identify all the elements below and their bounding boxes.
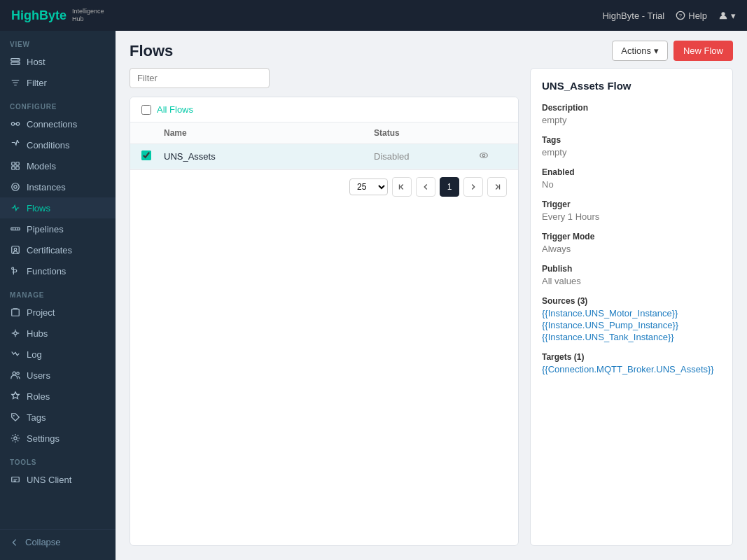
sidebar-item-uns-client[interactable]: UNS Client — [0, 469, 116, 490]
help-link[interactable]: ? Help — [676, 10, 707, 21]
sidebar-item-pipelines[interactable]: Pipelines — [0, 218, 116, 239]
svg-rect-13 — [16, 167, 19, 169]
detail-description-label: Description — [542, 103, 721, 113]
detail-trigger-label: Trigger — [542, 200, 721, 209]
flows-table: All Flows Name Status UNS_Assets Disable… — [130, 97, 519, 546]
connections-icon — [10, 118, 21, 130]
detail-sources: Sources (3) {{Instance.UNS_Motor_Instanc… — [542, 296, 721, 342]
row-select-checkbox[interactable] — [141, 150, 151, 160]
detail-flow-title: UNS_Assets Flow — [542, 80, 721, 92]
sidebar-item-label: Functions — [27, 266, 66, 276]
sidebar-item-log[interactable]: Log — [0, 344, 116, 365]
instances-icon — [10, 181, 21, 192]
sidebar-item-functions[interactable]: Functions — [0, 260, 116, 281]
source-2[interactable]: {{Instance.UNS_Pump_Instance}} — [542, 320, 721, 330]
sidebar-item-label: Instances — [27, 182, 66, 192]
sidebar-item-instances[interactable]: Instances — [0, 176, 116, 197]
collapse-label: Collapse — [25, 537, 61, 547]
table-row[interactable]: UNS_Assets Disabled — [130, 144, 518, 169]
detail-trigger: Trigger Every 1 Hours — [542, 200, 721, 222]
detail-tags-value: empty — [542, 147, 721, 158]
all-flows-row: All Flows — [130, 97, 518, 122]
sidebar-item-host[interactable]: Host — [0, 51, 116, 72]
detail-publish-label: Publish — [542, 264, 721, 274]
user-menu-button[interactable]: ▾ — [718, 10, 736, 21]
col-checkbox — [141, 128, 164, 138]
svg-point-29 — [17, 372, 20, 375]
svg-point-23 — [14, 332, 17, 335]
pipelines-icon — [10, 223, 21, 234]
sidebar-item-tags[interactable]: Tags — [0, 407, 116, 428]
hubs-icon — [10, 328, 21, 339]
next-page-button[interactable] — [463, 177, 483, 197]
project-icon — [10, 307, 21, 318]
conditions-icon — [10, 139, 21, 150]
detail-sources-label: Sources (3) — [542, 296, 721, 306]
sidebar-item-users[interactable]: Users — [0, 365, 116, 386]
prev-page-button[interactable] — [416, 177, 435, 197]
detail-tags: Tags empty — [542, 135, 721, 158]
detail-trigger-mode: Trigger Mode Always — [542, 232, 721, 254]
sidebar-item-models[interactable]: Models — [0, 155, 116, 176]
sidebar-item-flows[interactable]: Flows — [0, 197, 116, 218]
pagination-bar: 25 50 100 1 — [130, 169, 518, 204]
detail-trigger-mode-value: Always — [542, 244, 721, 254]
page-size-select[interactable]: 25 50 100 — [349, 178, 388, 195]
current-page-button[interactable]: 1 — [440, 177, 459, 197]
filter-bar — [130, 68, 519, 88]
all-flows-label[interactable]: All Flows — [157, 104, 193, 115]
last-page-button[interactable] — [487, 177, 507, 197]
sidebar-item-conditions[interactable]: Conditions — [0, 134, 116, 155]
source-1[interactable]: {{Instance.UNS_Motor_Instance}} — [542, 308, 721, 318]
sidebar-item-connections[interactable]: Connections — [0, 113, 116, 134]
filter-input[interactable] — [130, 68, 270, 88]
detail-trigger-mode-label: Trigger Mode — [542, 232, 721, 241]
logo-sub: Intelligence Hub — [72, 8, 104, 23]
sidebar-item-roles[interactable]: Roles — [0, 386, 116, 407]
chevron-down-icon: ▾ — [654, 46, 659, 56]
models-icon — [10, 160, 21, 172]
sidebar-item-settings[interactable]: Settings — [0, 428, 116, 449]
detail-description-value: empty — [542, 115, 721, 125]
svg-point-7 — [11, 122, 14, 125]
sidebar-item-hubs[interactable]: Hubs — [0, 323, 116, 344]
logo: HighByte Intelligence Hub — [11, 8, 104, 23]
sidebar-item-label: Users — [27, 370, 50, 381]
row-name: UNS_Assets — [164, 151, 374, 162]
svg-point-28 — [13, 372, 15, 374]
sidebar-item-project[interactable]: Project — [0, 302, 116, 323]
users-icon — [10, 370, 21, 381]
svg-point-8 — [16, 122, 19, 125]
source-3[interactable]: {{Instance.UNS_Tank_Instance}} — [542, 332, 721, 342]
trial-label: HighByte - Trial — [602, 10, 664, 21]
eye-icon[interactable] — [479, 150, 507, 162]
svg-point-21 — [14, 248, 17, 251]
target-1[interactable]: {{Connection.MQTT_Broker.UNS_Assets}} — [542, 364, 721, 374]
new-flow-button[interactable]: New Flow — [673, 41, 733, 61]
row-checkbox — [141, 150, 164, 162]
collapse-button[interactable]: Collapse — [0, 529, 116, 554]
detail-description: Description empty — [542, 103, 721, 125]
detail-enabled-value: No — [542, 179, 721, 190]
configure-section-label: CONFIGURE — [0, 93, 116, 113]
header-actions: Actions ▾ New Flow — [612, 41, 733, 61]
sidebar-item-label: Pipelines — [27, 224, 64, 234]
sidebar-item-filter[interactable]: Filter — [0, 72, 116, 93]
tags-icon — [10, 412, 21, 423]
detail-targets: Targets (1) {{Connection.MQTT_Broker.UNS… — [542, 352, 721, 374]
sidebar-item-certificates[interactable]: Certificates — [0, 239, 116, 260]
actions-button[interactable]: Actions ▾ — [612, 41, 668, 61]
roles-icon — [10, 391, 21, 402]
col-status: Status — [374, 128, 479, 138]
filter-icon — [10, 77, 21, 88]
detail-enabled: Enabled No — [542, 167, 721, 190]
svg-text:?: ? — [679, 13, 683, 19]
svg-point-30 — [13, 415, 15, 416]
functions-icon — [10, 265, 21, 276]
tools-section-label: TOOLS — [0, 449, 116, 469]
settings-icon — [10, 433, 21, 444]
first-page-button[interactable] — [392, 177, 412, 197]
page-header: Flows Actions ▾ New Flow — [116, 31, 747, 68]
all-flows-checkbox[interactable] — [141, 105, 151, 115]
main-content: Flows Actions ▾ New Flow All Flows — [116, 31, 747, 560]
